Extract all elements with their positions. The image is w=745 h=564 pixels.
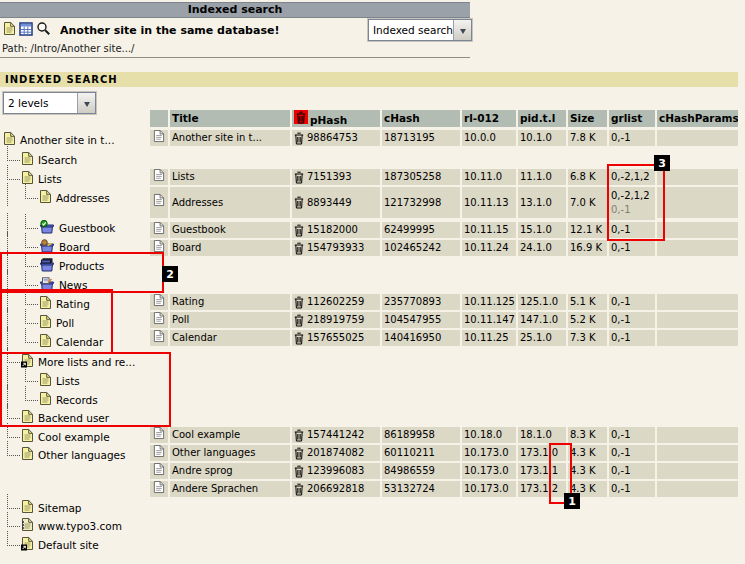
delete-trash-icon[interactable]: [294, 483, 304, 496]
cell-phash: 8893449: [292, 187, 380, 218]
cell-chash: 235770893: [382, 294, 460, 310]
cell-title: Poll: [170, 312, 290, 328]
delete-trash-icon[interactable]: [294, 465, 304, 478]
folder-news-icon[interactable]: [39, 277, 55, 293]
tree-item-addresses[interactable]: Addresses: [39, 189, 110, 206]
tree-item-isearch[interactable]: ISearch: [21, 151, 77, 168]
tree-item-label[interactable]: Lists: [38, 173, 62, 185]
cell-grlist: 0,-1: [609, 427, 655, 443]
delete-trash-icon[interactable]: [294, 296, 304, 309]
tree-item-label[interactable]: Another site in t...: [20, 134, 115, 146]
tree-item-label[interactable]: Calendar: [56, 336, 103, 348]
table-header-row: TitlepHashcHashrl-012pid.t.lSizegrlistcH…: [150, 110, 738, 127]
folder-board-icon[interactable]: [39, 239, 55, 255]
cell-size: 4.3 K: [568, 445, 607, 461]
delete-trash-icon[interactable]: [294, 429, 304, 442]
page-yellow-icon[interactable]: [39, 295, 52, 312]
cell-chashparams: [657, 445, 738, 461]
delete-trash-icon[interactable]: [294, 224, 304, 237]
tree-item-label[interactable]: Sitemap: [38, 502, 82, 514]
page-yellow-icon[interactable]: [21, 499, 34, 516]
tree-item-label[interactable]: News: [59, 279, 87, 291]
document-icon: [153, 240, 165, 256]
tree-item-board[interactable]: Board: [39, 238, 90, 255]
cell-rl012: 10.11.125: [462, 294, 516, 310]
cell-size: 16.9 K: [568, 240, 607, 256]
delete-trash-icon[interactable]: [294, 242, 304, 255]
tree-item-label[interactable]: Records: [56, 394, 98, 406]
folder-products-icon[interactable]: [39, 258, 55, 274]
cell-title: Rating: [170, 294, 290, 310]
page-external-icon[interactable]: [21, 517, 34, 534]
tree-item-label[interactable]: Default site: [38, 539, 99, 551]
tree-item-label[interactable]: Lists: [56, 375, 80, 387]
delete-trash-icon[interactable]: [294, 332, 304, 345]
tree-item-records[interactable]: Records: [39, 391, 98, 408]
tree-item-news[interactable]: News: [39, 276, 87, 293]
document-icon: [153, 463, 165, 479]
table-row: Other languages2018740826011021110.173.0…: [150, 445, 738, 461]
tree-item-sitemap[interactable]: Sitemap: [21, 499, 82, 516]
tree-item-backend-user[interactable]: Backend user: [21, 409, 109, 426]
page-yellow-icon[interactable]: [21, 409, 34, 426]
tree-item-default-site[interactable]: Default site: [21, 536, 99, 553]
cell-chashparams: [657, 463, 738, 479]
delete-trash-icon[interactable]: [294, 314, 304, 327]
phash-value: 206692818: [307, 481, 364, 497]
tree-item-label[interactable]: Poll: [56, 317, 74, 329]
page-yellow-icon[interactable]: [21, 151, 34, 168]
page-shortcut-icon[interactable]: [21, 536, 34, 553]
search-icon: [36, 21, 51, 38]
cell-pidtl: 25.1.0: [518, 330, 566, 346]
delete-trash-icon[interactable]: [294, 171, 304, 184]
tree-item-calendar[interactable]: Calendar: [39, 333, 103, 350]
page-yellow-icon[interactable]: [39, 314, 52, 331]
page-yellow-icon[interactable]: [21, 428, 34, 445]
tree-item-more-lists-and-re[interactable]: More lists and re...: [21, 353, 135, 370]
delete-trash-icon[interactable]: [294, 447, 304, 460]
tree-item-poll[interactable]: Poll: [39, 314, 74, 331]
cell-rl012: 10.11.13: [462, 187, 516, 218]
delete-all-trash-icon[interactable]: [294, 110, 308, 124]
tree-item-label[interactable]: Board: [59, 241, 90, 253]
page-yellow-icon[interactable]: [39, 189, 52, 206]
tree-item-other-languages[interactable]: Other languages: [21, 446, 126, 463]
page-yellow-icon[interactable]: [39, 372, 52, 389]
page-icon[interactable]: [3, 21, 16, 38]
tree-item-label[interactable]: www.typo3.com: [38, 520, 122, 532]
tree-item-label[interactable]: Products: [59, 260, 104, 272]
tree-item-label[interactable]: Rating: [56, 298, 90, 310]
delete-trash-icon[interactable]: [294, 132, 304, 145]
depth-select[interactable]: 2 levels: [3, 92, 96, 114]
tree-item-label[interactable]: ISearch: [38, 154, 77, 166]
tree-item-label[interactable]: Other languages: [38, 449, 126, 461]
chevron-down-icon[interactable]: [453, 20, 471, 40]
tree-item-label[interactable]: Addresses: [56, 192, 110, 204]
grlist-value: 0,-1: [611, 481, 631, 497]
page-yellow-icon[interactable]: [39, 391, 52, 408]
function-select[interactable]: Indexed search: [368, 19, 472, 41]
grlist-value: 0,-1: [611, 330, 631, 346]
cell-size: 8.3 K: [568, 427, 607, 443]
cell-phash: 206692818: [292, 481, 380, 497]
tree-item-label[interactable]: Cool example: [38, 431, 110, 443]
cell-record-icon: [150, 187, 168, 218]
tree-item-www-typo3-com[interactable]: www.typo3.com: [21, 517, 122, 534]
cell-grlist: 0,-1: [609, 463, 655, 479]
tree-item-guestbook[interactable]: Guestbook: [39, 219, 115, 236]
delete-trash-icon[interactable]: [294, 196, 304, 209]
tree-item-label[interactable]: Guestbook: [59, 222, 115, 234]
chevron-down-icon[interactable]: [77, 93, 95, 113]
tree-item-products[interactable]: Products: [39, 257, 104, 274]
tree-item-label[interactable]: More lists and re...: [38, 356, 135, 368]
page-yellow-icon[interactable]: [39, 333, 52, 350]
document-icon: [153, 169, 165, 185]
tree-item-cool-example[interactable]: Cool example: [21, 428, 110, 445]
folder-guestbook-icon[interactable]: [39, 220, 55, 236]
tree-item-label[interactable]: Backend user: [38, 412, 109, 424]
page-yellow-icon[interactable]: [21, 446, 34, 463]
tree-item-rating[interactable]: Rating: [39, 295, 90, 312]
section-header: INDEXED SEARCH: [0, 72, 738, 87]
tree-item-lists[interactable]: Lists: [39, 372, 80, 389]
cell-pidtl: 11.1.0: [518, 169, 566, 185]
